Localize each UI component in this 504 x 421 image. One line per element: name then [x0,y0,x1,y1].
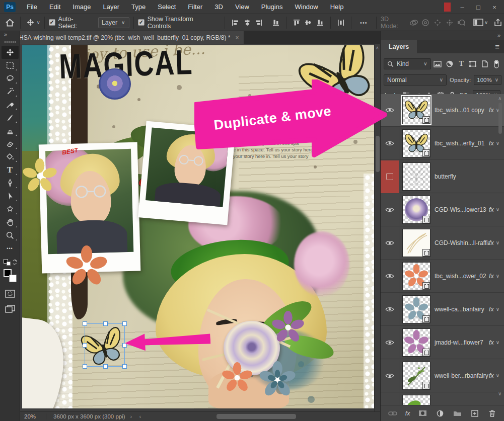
share-icon[interactable] [492,17,504,29]
panel-menu-icon[interactable]: ≡ [495,42,499,51]
layer-thumbnail[interactable] [402,229,430,257]
zoom-tool[interactable] [2,229,19,242]
marquee-tool[interactable] [2,59,19,72]
filter-pixel-layers-icon[interactable] [433,59,443,69]
layer-row[interactable]: wwell-ber...rbanfairy fx ∨ [381,360,504,392]
scroll-down-icon[interactable]: ∨ [498,391,501,396]
menu-image[interactable]: Image [66,3,97,11]
layer-row[interactable]: CGD-Wis...lower13 fx ∨ [381,194,504,226]
canvas-horizontal-scrollbar[interactable]: › [151,413,383,420]
blend-mode-dropdown[interactable]: Normal ∨ [384,74,447,86]
layer-thumbnail[interactable] [402,295,430,323]
menu-edit[interactable]: Edit [43,3,66,11]
menu-plugins[interactable]: Plugins [255,3,289,11]
menu-layer[interactable]: Layer [97,3,126,11]
layer-thumbnail[interactable] [402,162,430,191]
layer-row[interactable]: jmadd-wi...flower7 fx ∨ [381,326,504,359]
quick-mask-button[interactable] [2,287,19,300]
color-swatches[interactable] [4,269,17,282]
menu-type[interactable]: Type [125,3,152,11]
layer-thumbnail[interactable] [402,395,430,405]
pen-tool[interactable] [2,177,19,190]
move-tool-icon[interactable] [25,17,37,29]
layer-name[interactable]: tbc_wish...erfly_01 [435,140,489,147]
layer-row[interactable]: wwell-ca...banfairy fx ∨ [381,293,504,326]
document-tab[interactable]: HSA-wishing-well-temp2.tif @ 20% (tbc_wi… [14,31,244,44]
layer-name[interactable]: tbc_wish...01 copy [435,107,489,114]
visibility-toggle[interactable] [381,360,399,392]
transform-handle[interactable] [122,321,127,326]
move-tool[interactable] [2,46,19,59]
transform-handle[interactable] [103,364,108,369]
layer-fx-label[interactable]: fx [489,140,494,147]
visibility-toggle[interactable] [381,227,399,260]
collapse-panels-icon[interactable]: » [497,32,500,38]
clone-stamp-tool[interactable] [2,124,19,137]
layer-scroll-thumb[interactable] [498,103,502,134]
toolbar-grip[interactable] [5,41,16,43]
scroll-up-icon[interactable]: ∧ [498,96,501,101]
layer-name[interactable]: CGD-Wishin...ll-raffia [435,239,489,246]
maximize-button[interactable]: □ [471,1,486,13]
transform-handle[interactable] [83,321,87,326]
screen-mode-button[interactable] [2,302,19,315]
hand-tool[interactable] [2,216,19,229]
align-center-horizontal-icon[interactable] [241,17,253,29]
layer-name[interactable]: tbc_wish...ower_02 [435,273,489,280]
background-color-swatch[interactable] [9,275,17,282]
transform-bounding-box[interactable] [85,323,125,367]
menu-select[interactable]: Select [152,3,182,11]
align-bottom-icon[interactable] [314,17,326,29]
layer-row[interactable]: tbc_wish...ower_02 fx ∨ [381,260,504,293]
distribute-horizontal-icon[interactable] [335,17,347,29]
visibility-toggle[interactable] [381,293,399,326]
new-adjustment-layer-icon[interactable] [435,408,445,418]
lasso-tool[interactable] [2,72,19,85]
status-chevron-icon[interactable]: › [130,413,132,419]
visibility-toggle[interactable] [381,260,399,293]
new-group-icon[interactable] [453,408,463,418]
more-options-icon[interactable]: ••• [355,17,373,29]
eyedropper-tool[interactable] [2,98,19,111]
layer-thumbnail[interactable] [402,96,430,124]
layer-fx-label[interactable]: fx [489,107,494,114]
filter-adjustment-layers-icon[interactable] [445,59,454,69]
layer-row[interactable]: CGD-Wishin...ll-raffia fx ∨ [381,227,504,260]
layer-name[interactable]: wwell-ber...rbanfairy [435,372,489,379]
add-layer-style-button[interactable]: fx [405,410,410,417]
workspace-icon[interactable] [472,17,484,29]
delete-layer-icon[interactable] [487,408,497,418]
layer-row[interactable]: butterfly [381,160,504,193]
layer-fx-label[interactable]: fx [489,206,494,213]
minimize-button[interactable]: – [455,1,470,13]
new-layer-icon[interactable] [470,408,480,418]
transform-handle[interactable] [103,321,108,326]
horizontal-scroll-thumb[interactable] [217,414,296,419]
auto-select-target-dropdown[interactable]: Layer ∨ [98,17,129,28]
filter-type-layers-icon[interactable]: T [456,59,466,69]
layer-name[interactable]: jmadd-wi...flower7 [435,339,489,346]
show-transform-checkbox[interactable]: ✓ [138,19,145,26]
layers-tab[interactable]: Layers [381,40,417,53]
menu-window[interactable]: Window [289,3,324,11]
layer-row[interactable]: tbc_wish...01 copy fx ∨ [381,94,504,127]
zoom-level[interactable]: 20% [20,413,46,419]
home-icon[interactable] [4,17,16,29]
filter-kind-dropdown[interactable]: Kind ∨ [384,58,431,69]
align-left-icon[interactable] [229,17,241,29]
layer-list-scrollbar[interactable]: ∧ ∨ [498,96,503,403]
visibility-toggle-hidden[interactable] [381,160,399,193]
filter-shape-layers-icon[interactable] [468,59,478,69]
visibility-toggle[interactable] [381,326,399,359]
layer-thumbnail[interactable] [402,362,430,390]
tab-close-icon[interactable]: × [235,34,239,41]
workspace-chevron-icon[interactable]: ∨ [484,20,488,25]
layer-fx-label[interactable]: fx [489,372,494,379]
paint-bucket-tool[interactable] [2,150,19,163]
magic-wand-tool[interactable] [2,85,19,98]
filter-toggle-icon[interactable] [492,59,501,69]
menu-view[interactable]: View [229,3,255,11]
layer-row[interactable]: tbc_wish...erfly_01 fx ∨ [381,127,504,160]
layer-fx-label[interactable]: fx [489,273,494,280]
brush-tool[interactable] [2,111,19,124]
